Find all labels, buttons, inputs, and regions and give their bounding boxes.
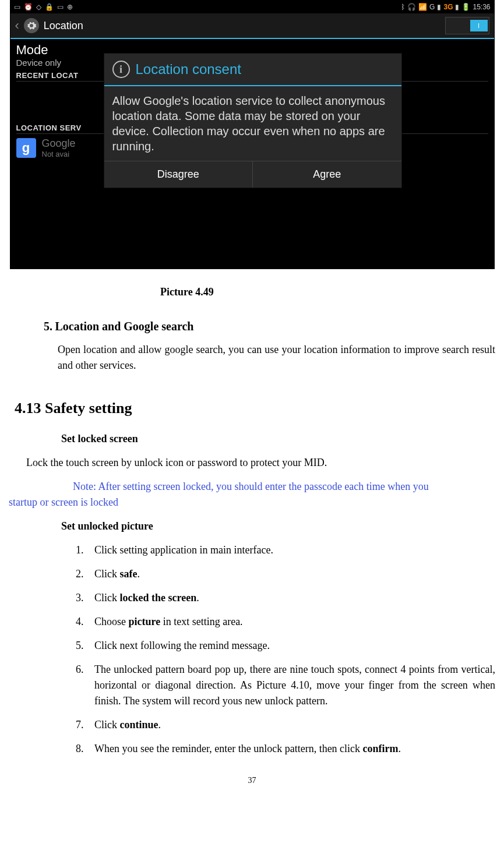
- android-screenshot: ▭ ⏰ ◇ 🔒 ▭ ⊕ ᛒ 🎧 📶 G ▮ 3G ▮ 🔋 15:36 ‹ Loc…: [10, 0, 495, 269]
- step-text: Click continue.: [94, 717, 161, 733]
- header-title: Location: [44, 20, 83, 32]
- dialog-title-bar: i Location consent: [104, 54, 401, 86]
- step-text: Click safe.: [94, 566, 140, 582]
- step-text: Choose picture in text setting area.: [94, 614, 243, 630]
- list-item: 5. Click next following the remind messa…: [76, 638, 495, 654]
- set-unlocked-heading: Set unlocked picture: [61, 518, 495, 534]
- google-row-sub: Not avai: [42, 150, 76, 158]
- section5-body: Open location and allow google search, y…: [58, 342, 495, 373]
- target-icon: ⊕: [67, 3, 73, 11]
- status-bar: ▭ ⏰ ◇ 🔒 ▭ ⊕ ᛒ 🎧 📶 G ▮ 3G ▮ 🔋 15:36: [10, 1, 494, 13]
- dialog-title: Location consent: [136, 61, 241, 77]
- heading-4-13: 4.13 Safety setting: [15, 397, 495, 419]
- list-item: 6. The unlocked pattern board pop up, th…: [76, 662, 495, 709]
- clock: 15:36: [473, 3, 490, 11]
- battery-icon: 🔋: [461, 3, 470, 11]
- list-item: 2. Click safe.: [76, 566, 495, 582]
- disagree-button[interactable]: Disagree: [104, 161, 253, 188]
- list-item: 4. Choose picture in text setting area.: [76, 614, 495, 630]
- figure-caption: Picture 4.49: [160, 284, 495, 300]
- step-text: Click setting application in main interf…: [94, 542, 273, 558]
- step-text: The unlocked pattern board pop up, there…: [94, 662, 495, 709]
- step-text: Click locked the screen.: [94, 590, 199, 606]
- steps-list: 1. Click setting application in main int…: [76, 542, 495, 757]
- app-header: ‹ Location I: [10, 13, 494, 39]
- step-num: 1.: [76, 542, 94, 558]
- dialog-body: Allow Google's location service to colle…: [104, 86, 401, 161]
- step-text: When you see the reminder, enter the unl…: [94, 741, 401, 757]
- document-body: Picture 4.49 5. Location and Google sear…: [0, 284, 504, 798]
- page-number: 37: [9, 774, 495, 786]
- list-item: 1. Click setting application in main int…: [76, 542, 495, 558]
- network-3g: 3G: [443, 3, 453, 11]
- list-item: 7. Click continue.: [76, 717, 495, 733]
- google-g-icon: g: [16, 138, 36, 158]
- list-item: 8. When you see the reminder, enter the …: [76, 741, 495, 757]
- wifi-icon: 📶: [418, 3, 427, 11]
- bluetooth-icon: ᛒ: [401, 3, 405, 11]
- step-num: 3.: [76, 590, 94, 606]
- g-indicator: G: [429, 3, 435, 11]
- google-row-title: Google: [42, 137, 76, 150]
- wifi-small-icon: ◇: [36, 3, 41, 11]
- list-item: 3. Click locked the screen.: [76, 590, 495, 606]
- info-icon: i: [112, 61, 130, 78]
- location-consent-dialog: i Location consent Allow Google's locati…: [104, 53, 402, 188]
- alarm-icon: ⏰: [24, 3, 33, 11]
- agree-button[interactable]: Agree: [253, 161, 401, 188]
- headphone-icon: 🎧: [407, 3, 416, 11]
- step-num: 4.: [76, 614, 94, 630]
- step-num: 2.: [76, 566, 94, 582]
- settings-gear-icon[interactable]: [24, 18, 39, 33]
- signal2-icon: ▮: [455, 3, 459, 11]
- note-line2: startup or screen is locked: [9, 496, 118, 508]
- signal-icon: ▮: [437, 3, 441, 11]
- lock-icon: 🔒: [45, 3, 54, 11]
- step-num: 7.: [76, 717, 94, 733]
- section-5: 5. Location and Google search Open locat…: [44, 317, 495, 373]
- sms-icon: ▭: [14, 3, 20, 11]
- location-toggle[interactable]: I: [445, 17, 489, 34]
- image-icon: ▭: [57, 3, 64, 11]
- back-icon[interactable]: ‹: [15, 18, 19, 33]
- toggle-on-label: I: [470, 20, 488, 31]
- step-num: 6.: [76, 662, 94, 709]
- section5-title: Location and Google search: [55, 320, 194, 333]
- section5-number: 5.: [44, 320, 52, 333]
- lock-body-text: Lock the touch screen by unlock icon or …: [26, 455, 495, 471]
- step-num: 8.: [76, 741, 94, 757]
- step-text: Click next following the remind message.: [94, 638, 270, 654]
- set-locked-heading: Set locked screen: [61, 431, 495, 447]
- note-line1: Note: After setting screen locked, you s…: [73, 481, 429, 492]
- step-num: 5.: [76, 638, 94, 654]
- note-text: Note: After setting screen locked, you s…: [9, 479, 495, 510]
